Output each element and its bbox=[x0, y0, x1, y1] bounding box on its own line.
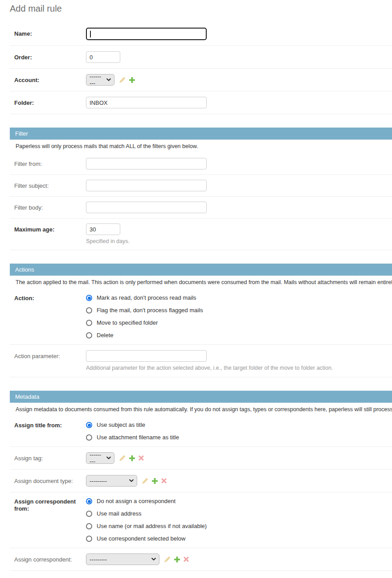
chevron-down-icon bbox=[151, 558, 156, 561]
radio-option[interactable]: Use mail address bbox=[86, 510, 388, 517]
actions-fieldset: Actions The action applied to the mail. … bbox=[10, 264, 392, 377]
name-row: Name: bbox=[10, 22, 392, 46]
radio-button[interactable] bbox=[86, 320, 92, 326]
content-area: Add mail rule Name: Order: 0 Account: --… bbox=[0, 0, 392, 571]
filter-body-row: Filter body: bbox=[10, 197, 392, 219]
maximum-age-label: Maximum age: bbox=[14, 223, 86, 233]
account-row: Account: --------- bbox=[10, 69, 392, 91]
radio-option[interactable]: Use attachment filename as title bbox=[86, 434, 388, 441]
folder-row: Folder: INBOX bbox=[10, 91, 392, 114]
assign-correspondent-row: Assign correspondent: --------- bbox=[10, 548, 392, 571]
delete-icon bbox=[139, 455, 144, 461]
assign-tag-select[interactable]: --------- bbox=[86, 452, 114, 464]
radio-option[interactable]: Mark as read, don't process read mails bbox=[86, 294, 388, 301]
page-title: Add mail rule bbox=[10, 3, 392, 14]
actions-section-header: Actions bbox=[10, 264, 392, 276]
radio-button[interactable] bbox=[86, 307, 92, 314]
add-icon[interactable] bbox=[129, 77, 135, 83]
assign-correspondent-from-row: Assign correspondent from: Do not assign… bbox=[10, 492, 392, 548]
action-radio-group: Mark as read, don't process read mails F… bbox=[86, 294, 388, 339]
assign-title-row: Assign title from: Use subject as title … bbox=[10, 416, 392, 447]
name-label: Name: bbox=[14, 28, 86, 37]
radio-button[interactable] bbox=[86, 523, 92, 529]
filter-section-header: Filter bbox=[10, 128, 392, 140]
add-icon[interactable] bbox=[174, 557, 180, 562]
maximum-age-help: Specified in days. bbox=[86, 238, 388, 245]
assign-correspondent-from-radio-group: Do not assign a correspondent Use mail a… bbox=[86, 498, 388, 542]
assign-title-label: Assign title from: bbox=[14, 421, 86, 429]
assign-tag-label: Assign tag: bbox=[14, 452, 86, 462]
maximum-age-row: Maximum age: 30 Specified in days. bbox=[10, 219, 392, 250]
assign-tag-row: Assign tag: --------- bbox=[10, 447, 392, 470]
radio-option[interactable]: Flag the mail, don't process flagged mai… bbox=[86, 307, 388, 314]
delete-icon bbox=[161, 478, 167, 483]
radio-button[interactable] bbox=[86, 422, 92, 428]
radio-button[interactable] bbox=[86, 511, 92, 517]
edit-icon bbox=[142, 478, 148, 484]
filter-body-input[interactable] bbox=[86, 202, 207, 213]
action-parameter-input[interactable] bbox=[86, 350, 207, 362]
actions-description: The action applied to the mail. This act… bbox=[10, 276, 392, 289]
radio-button[interactable] bbox=[86, 434, 92, 441]
account-label: Account: bbox=[14, 74, 86, 84]
assign-title-radio-group: Use subject as title Use attachment file… bbox=[86, 421, 388, 441]
filter-from-input[interactable] bbox=[86, 158, 207, 169]
radio-button[interactable] bbox=[86, 536, 92, 542]
assign-document-type-label: Assign document type: bbox=[14, 475, 86, 485]
text-caret bbox=[90, 31, 91, 37]
radio-option[interactable]: Use subject as title bbox=[86, 421, 388, 429]
chevron-down-icon bbox=[129, 479, 134, 482]
order-input[interactable]: 0 bbox=[86, 51, 120, 63]
order-row: Order: 0 bbox=[10, 46, 392, 69]
metadata-fieldset: Metadata Assign metadata to documents co… bbox=[10, 391, 392, 571]
action-row: Action: Mark as read, don't process read… bbox=[10, 289, 392, 345]
chevron-down-icon bbox=[106, 457, 111, 459]
filter-subject-label: Filter subject: bbox=[14, 180, 86, 190]
filter-description: Paperless will only process mails that m… bbox=[10, 140, 392, 153]
folder-label: Folder: bbox=[14, 97, 86, 107]
assign-correspondent-from-label: Assign correspondent from: bbox=[14, 498, 86, 512]
filter-body-label: Filter body: bbox=[14, 202, 86, 211]
folder-input[interactable]: INBOX bbox=[86, 97, 207, 108]
edit-icon bbox=[119, 455, 126, 461]
filter-from-label: Filter from: bbox=[14, 158, 86, 168]
assign-correspondent-label: Assign correspondent: bbox=[14, 553, 86, 563]
name-input[interactable] bbox=[86, 28, 207, 40]
radio-button[interactable] bbox=[86, 498, 92, 504]
edit-icon bbox=[119, 77, 126, 83]
radio-option[interactable]: Use name (or mail address if not availab… bbox=[86, 523, 388, 530]
assign-correspondent-select[interactable]: --------- bbox=[86, 553, 159, 565]
radio-option[interactable]: Move to specified folder bbox=[86, 319, 388, 326]
order-label: Order: bbox=[14, 51, 86, 61]
chevron-down-icon bbox=[106, 78, 111, 81]
radio-button[interactable] bbox=[86, 295, 92, 301]
radio-option[interactable]: Delete bbox=[86, 332, 388, 339]
action-label: Action: bbox=[14, 294, 86, 302]
radio-button[interactable] bbox=[86, 332, 92, 339]
metadata-section-header: Metadata bbox=[10, 391, 392, 403]
assign-document-type-select[interactable]: --------- bbox=[86, 475, 137, 487]
action-parameter-help: Additional parameter for the action sele… bbox=[86, 364, 388, 372]
basic-fieldset: Name: Order: 0 Account: --------- bbox=[10, 22, 392, 114]
filter-from-row: Filter from: bbox=[10, 153, 392, 175]
delete-icon bbox=[184, 557, 189, 562]
metadata-description: Assign metadata to documents consumed fr… bbox=[10, 403, 392, 416]
action-parameter-label: Action parameter: bbox=[14, 350, 86, 360]
filter-subject-row: Filter subject: bbox=[10, 175, 392, 197]
add-icon[interactable] bbox=[129, 455, 135, 461]
radio-option[interactable]: Do not assign a correspondent bbox=[86, 498, 388, 505]
action-parameter-row: Action parameter: Additional parameter f… bbox=[10, 345, 392, 377]
account-select[interactable]: --------- bbox=[86, 74, 114, 86]
filter-subject-input[interactable] bbox=[86, 180, 207, 191]
edit-icon bbox=[164, 556, 171, 562]
radio-option[interactable]: Use correspondent selected below bbox=[86, 535, 388, 542]
assign-document-type-row: Assign document type: --------- bbox=[10, 470, 392, 492]
filter-fieldset: Filter Paperless will only process mails… bbox=[10, 128, 392, 250]
maximum-age-input[interactable]: 30 bbox=[86, 223, 120, 235]
add-icon[interactable] bbox=[152, 478, 158, 484]
